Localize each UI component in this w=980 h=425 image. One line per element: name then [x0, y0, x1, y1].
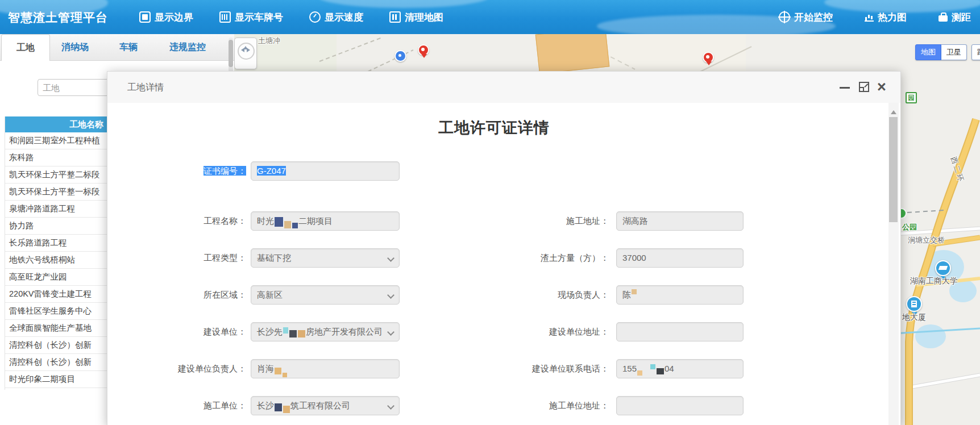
- tab-vehicles[interactable]: 车辆: [119, 34, 138, 60]
- form-input[interactable]: 陈: [616, 285, 744, 305]
- scroll-thumb[interactable]: [889, 117, 898, 222]
- heatmap-button[interactable]: 热力图: [865, 11, 907, 24]
- clear-map-button[interactable]: 清理地图: [389, 11, 443, 24]
- close-button[interactable]: ×: [877, 76, 886, 98]
- building-marker-icon[interactable]: [906, 296, 922, 312]
- form-input[interactable]: G-Z047: [251, 161, 400, 181]
- chevron-down-icon: [387, 328, 395, 336]
- chevron-down-icon: [387, 291, 395, 299]
- maximize-button[interactable]: [859, 82, 869, 92]
- field-label: 现场负责人：: [500, 285, 609, 305]
- park-badge-icon: 园: [906, 92, 917, 103]
- show-speed-button[interactable]: 显示速度: [309, 11, 363, 24]
- chevron-down-icon: [387, 402, 395, 410]
- nav-label: 热力图: [878, 11, 907, 24]
- field-label: 工程名称：: [144, 211, 246, 231]
- pan-right-icon[interactable]: [247, 48, 252, 52]
- form-input[interactable]: 时光二期项目: [251, 211, 400, 231]
- topbar-nav: 显示边界 显示车牌号 显示速度 清理地图: [139, 0, 443, 34]
- building-icon: [911, 301, 917, 307]
- map-label-university: 湖南工商大学: [910, 276, 958, 286]
- field-label: 建设单位：: [144, 322, 246, 341]
- form-select[interactable]: 基础下挖: [251, 248, 400, 268]
- modal-scrollbar[interactable]: [888, 103, 899, 425]
- map-roads-top: [302, 34, 757, 72]
- form-input[interactable]: 湖高路: [616, 211, 744, 231]
- redaction-block: [298, 330, 305, 338]
- field-label: 所在区域：: [144, 285, 246, 305]
- traffic-mode-button[interactable]: 路况: [971, 44, 980, 60]
- field-label: 证书编号：: [144, 161, 246, 181]
- redaction-block: [283, 373, 287, 377]
- permit-heading: 工地许可证详情: [107, 118, 881, 138]
- site-detail-modal: 工地详情 × 工地许可证详情 证书编号：G-Z047工程名称：时光二期项目施工地…: [107, 71, 901, 425]
- form-input[interactable]: [616, 396, 744, 415]
- redaction-block: [650, 364, 655, 369]
- nav-label: 显示边界: [155, 11, 193, 24]
- map-label-building: 地大厦: [902, 312, 926, 323]
- field-label: 施工单位：: [144, 396, 246, 415]
- field-label: 施工地址：: [500, 211, 609, 231]
- field-label: 工程类型：: [144, 248, 246, 268]
- map-type-toggle: 地图 卫星 路况: [915, 44, 980, 60]
- pan-left-icon[interactable]: [239, 48, 244, 52]
- blue-marker-icon[interactable]: [395, 50, 406, 62]
- university-marker-icon[interactable]: [935, 260, 951, 276]
- red-pin-icon[interactable]: [703, 52, 714, 63]
- map-mode-button[interactable]: 地图: [915, 44, 941, 60]
- map-label-village: 土塘冲: [258, 36, 280, 46]
- map-navigation-control[interactable]: [234, 38, 257, 69]
- map-label-park: 公园: [902, 222, 917, 232]
- form-input[interactable]: 37000: [616, 248, 744, 268]
- red-pin-icon[interactable]: [418, 44, 429, 56]
- modal-body: 工地许可证详情 证书编号：G-Z047工程名称：时光二期项目施工地址：湖高路工程…: [107, 103, 900, 425]
- minimize-button[interactable]: [840, 87, 850, 89]
- scroll-thumb[interactable]: [229, 40, 233, 67]
- field-label: 建设单位负责人：: [144, 359, 246, 378]
- map-label-bridge: 涧塘立交桥: [908, 235, 945, 245]
- redaction-block: [275, 403, 282, 411]
- redaction-block: [284, 221, 291, 228]
- modal-title: 工地详情: [127, 82, 164, 94]
- field-label: 建设单位联系电话：: [500, 359, 609, 378]
- crosshair-icon: [779, 11, 790, 23]
- nav-label: 开始监控: [794, 11, 833, 24]
- form-select[interactable]: 长沙先房地产开发有限公司: [251, 322, 400, 341]
- redaction-block: [283, 327, 288, 334]
- field-label: 建设单位地址：: [500, 322, 609, 341]
- topbar-actions: 开始监控 热力图 测距: [779, 0, 971, 34]
- tab-construction-site[interactable]: 工地: [1, 34, 50, 61]
- license-plate-icon: [219, 11, 231, 23]
- form-select[interactable]: 长沙筑工程有限公司: [251, 396, 400, 415]
- tab-violation-monitoring[interactable]: 违规监控: [169, 34, 206, 60]
- form-input[interactable]: [616, 322, 744, 341]
- nav-label: 显示速度: [325, 11, 363, 24]
- redaction-block: [275, 217, 283, 227]
- measure-icon: [939, 15, 948, 22]
- form-input[interactable]: 15504: [616, 359, 744, 378]
- speedometer-icon: [309, 11, 321, 23]
- form-select[interactable]: 高新区: [251, 285, 400, 305]
- clear-map-icon: [389, 11, 401, 23]
- scroll-up-icon[interactable]: [891, 107, 896, 114]
- measure-distance-button[interactable]: 测距: [939, 11, 971, 24]
- bar-chart-icon: [865, 13, 874, 22]
- satellite-mode-button[interactable]: 卫星: [941, 44, 967, 60]
- redaction-block: [275, 368, 281, 374]
- nav-label: 测距: [952, 11, 971, 24]
- redaction-block: [632, 289, 637, 294]
- graduation-cap-icon: [939, 266, 948, 270]
- modal-header[interactable]: 工地详情 ×: [107, 72, 900, 103]
- app-title: 智慧渣土管理平台: [8, 10, 108, 26]
- show-boundary-button[interactable]: 显示边界: [139, 11, 193, 24]
- field-label: 施工单位地址：: [500, 396, 609, 415]
- tab-disposal-site[interactable]: 消纳场: [61, 34, 89, 60]
- form-input[interactable]: 肖海: [251, 359, 400, 378]
- chevron-down-icon: [387, 255, 395, 262]
- topbar: 智慧渣土管理平台 显示边界 显示车牌号 显示速度 清理地图 开始监控 热力图 测…: [0, 0, 980, 34]
- show-plate-button[interactable]: 显示车牌号: [219, 11, 283, 24]
- tab-strip: 工地 消纳场 车辆 违规监控: [0, 34, 234, 61]
- redaction-block: [657, 368, 664, 374]
- start-monitoring-button[interactable]: 开始监控: [779, 11, 833, 24]
- redaction-block: [283, 406, 290, 413]
